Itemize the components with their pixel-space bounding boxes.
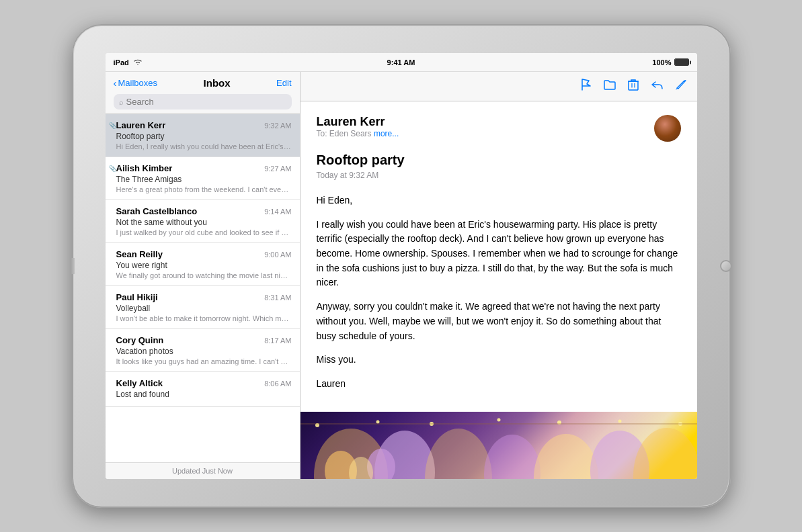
svg-point-5 (534, 434, 598, 479)
email-sender: Lauren Kerr (116, 120, 166, 130)
email-preview: We finally got around to watching the mo… (116, 271, 292, 279)
list-nav: ‹ Mailboxes Inbox Edit (114, 77, 292, 89)
detail-header: Lauren Kerr To: Eden Sears more... (317, 115, 681, 142)
email-time: 9:27 AM (264, 165, 291, 173)
email-list-item[interactable]: 📎 Lauren Kerr 9:32 AM Rooftop party Hi E… (106, 114, 300, 157)
svg-rect-0 (629, 81, 638, 90)
search-bar[interactable]: ⌕ (114, 94, 292, 109)
email-sender: Kelly Altick (116, 378, 163, 388)
email-preview: I won't be able to make it tomorrow nigh… (116, 314, 292, 322)
email-subject: The Three Amigas (116, 175, 292, 184)
email-time: 9:32 AM (264, 122, 291, 130)
attachment-icon: 📎 (109, 122, 116, 129)
email-subject: Not the same without you (116, 218, 292, 227)
email-list-item[interactable]: 📎 Ailish Kimber 9:27 AM The Three Amigas… (106, 157, 300, 200)
email-list-item[interactable]: Cory Quinn 8:17 AM Vacation photos It lo… (106, 329, 300, 372)
email-sender: Paul Hikiji (116, 292, 158, 302)
email-subject: You were right (116, 261, 292, 270)
status-time: 9:41 AM (387, 58, 415, 66)
email-preview: Here's a great photo from the weekend. I… (116, 185, 292, 193)
back-button[interactable]: ‹ Mailboxes (114, 77, 158, 89)
svg-point-6 (590, 431, 649, 479)
email-list-item[interactable]: Sarah Castelblanco 9:14 AM Not the same … (106, 200, 300, 243)
sender-info: Lauren Kerr To: Eden Sears more... (317, 115, 399, 140)
email-list-panel: ‹ Mailboxes Inbox Edit ⌕ 📎 Lauren Ke (106, 72, 300, 479)
email-sender: Sarah Castelblanco (116, 206, 198, 216)
email-subject: Rooftop party (116, 132, 292, 141)
status-right: 100% (652, 58, 688, 66)
search-icon: ⌕ (119, 98, 124, 106)
detail-body: Hi Eden,I really wish you could have bee… (317, 193, 681, 392)
list-header: ‹ Mailboxes Inbox Edit ⌕ (106, 72, 300, 114)
email-time: 8:17 AM (264, 337, 291, 345)
edit-button[interactable]: Edit (276, 78, 291, 88)
email-list-item[interactable]: Kelly Altick 8:06 AM Lost and found (106, 372, 300, 407)
more-link[interactable]: more... (374, 129, 399, 138)
status-bar: iPad 9:41 AM 100% (106, 53, 697, 72)
email-photo (300, 412, 697, 479)
detail-subject: Rooftop party (317, 152, 681, 168)
detail-sender-name: Lauren Kerr (317, 115, 399, 129)
email-detail-panel: Lauren Kerr To: Eden Sears more... Rooft… (300, 72, 697, 479)
update-bar: Updated Just Now (106, 462, 300, 479)
email-preview: I just walked by your old cube and looke… (116, 228, 292, 236)
folder-button[interactable] (604, 79, 616, 93)
wifi-icon (133, 58, 143, 66)
email-item-header: Sean Reilly 9:00 AM (116, 249, 292, 259)
email-subject: Vacation photos (116, 347, 292, 356)
email-time: 8:06 AM (264, 380, 291, 388)
trash-button[interactable] (628, 79, 639, 94)
attachment-icon: 📎 (109, 165, 116, 172)
email-subject: Volleyball (116, 304, 292, 313)
email-preview: It looks like you guys had an amazing ti… (116, 357, 292, 365)
email-list-item[interactable]: Paul Hikiji 8:31 AM Volleyball I won't b… (106, 286, 300, 329)
svg-point-3 (425, 429, 492, 479)
email-time: 9:14 AM (264, 208, 291, 216)
email-preview: Hi Eden, I really wish you could have be… (116, 142, 292, 150)
home-button[interactable] (720, 260, 732, 272)
email-item-header: Sarah Castelblanco 9:14 AM (116, 206, 292, 216)
email-item-header: Kelly Altick 8:06 AM (116, 378, 292, 388)
svg-point-9 (376, 420, 379, 424)
compose-button[interactable] (675, 79, 686, 94)
email-subject: Lost and found (116, 390, 292, 399)
detail-content: Lauren Kerr To: Eden Sears more... Rooft… (300, 101, 697, 412)
svg-point-7 (633, 428, 697, 479)
body-paragraph: Anyway, sorry you couldn't make it. We a… (317, 300, 681, 343)
email-time: 9:00 AM (264, 251, 291, 259)
inbox-title: Inbox (204, 77, 231, 89)
email-sender: Ailish Kimber (116, 163, 173, 173)
body-paragraph: Lauren (317, 377, 681, 392)
email-item-header: Cory Quinn 8:17 AM (116, 335, 292, 345)
email-list: 📎 Lauren Kerr 9:32 AM Rooftop party Hi E… (106, 114, 300, 462)
main-content: ‹ Mailboxes Inbox Edit ⌕ 📎 Lauren Ke (106, 72, 697, 479)
body-paragraph: Miss you. (317, 353, 681, 367)
update-label: Updated Just Now (172, 467, 233, 475)
svg-point-2 (374, 431, 435, 479)
chevron-left-icon: ‹ (114, 77, 117, 89)
email-sender: Cory Quinn (116, 335, 164, 345)
search-input[interactable] (126, 97, 286, 107)
svg-point-1 (314, 429, 388, 479)
back-label: Mailboxes (118, 78, 158, 88)
detail-to: To: Eden Sears more... (317, 129, 399, 138)
to-text: To: Eden Sears (317, 129, 372, 138)
svg-point-13 (618, 420, 621, 423)
email-item-header: Lauren Kerr 9:32 AM (116, 120, 292, 130)
body-paragraph: I really wish you could have been at Eri… (317, 218, 681, 290)
detail-date: Today at 9:32 AM (317, 171, 681, 180)
status-left: iPad (114, 58, 143, 66)
svg-point-4 (484, 435, 540, 479)
svg-point-11 (497, 418, 500, 422)
email-sender: Sean Reilly (116, 249, 163, 259)
flag-button[interactable] (581, 79, 592, 94)
avatar (654, 115, 681, 142)
email-item-header: Ailish Kimber 9:27 AM (116, 163, 292, 173)
ipad-frame: iPad 9:41 AM 100% (72, 24, 731, 508)
email-list-item[interactable]: Sean Reilly 9:00 AM You were right We fi… (106, 243, 300, 286)
battery-icon (674, 58, 689, 66)
ipad-screen: iPad 9:41 AM 100% (106, 53, 697, 479)
reply-button[interactable] (651, 79, 663, 93)
device-label: iPad (114, 58, 129, 66)
volume-button[interactable] (71, 258, 75, 274)
